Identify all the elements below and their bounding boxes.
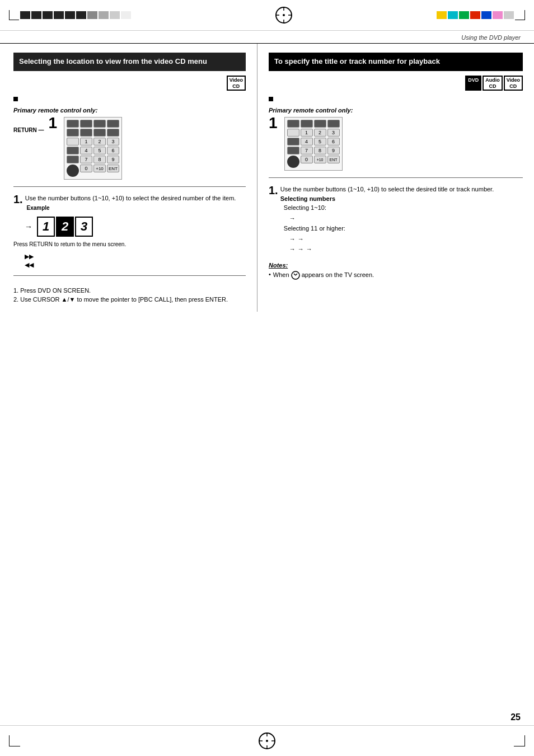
right-remote-illustration: 1 1 2 3 4 5 6 [269, 117, 523, 171]
left-section-title: Selecting the location to view from the … [13, 53, 246, 71]
press-return-note: Press RETURN to return to the menu scree… [13, 241, 246, 247]
remote-btn-0num: 0 [80, 165, 92, 172]
remote-btn-plus10: +10 [93, 165, 106, 172]
remote-btn-3 [93, 120, 106, 128]
r-btn-2n: 2 [314, 129, 326, 137]
r-btn-1n: 1 [301, 129, 313, 137]
right-bullet [269, 95, 523, 101]
bottom-step2: 2. Use CURSOR ▲/▼ to move the pointer to… [13, 296, 246, 303]
remote-btn-1 [67, 120, 79, 128]
color-block-3 [43, 11, 53, 19]
example-label: Example [25, 205, 50, 211]
corner-bracket-tr [515, 10, 525, 20]
corner-bracket-br [514, 735, 525, 746]
digit-2: 2 [56, 217, 74, 237]
top-bar-center [131, 6, 437, 24]
corner-bracket-tl [9, 10, 19, 20]
r-btn-2 [301, 120, 313, 128]
note-item-1: • When appears on the TV screen. [269, 271, 523, 280]
remote-btn-circle [67, 165, 79, 177]
remote-btn-8num: 8 [93, 156, 106, 163]
color-block-1 [20, 11, 30, 19]
remote-btn-11 [67, 156, 79, 163]
selecting-11-label: Selecting 11 or higher: [280, 225, 345, 232]
main-content: Selecting the location to view from the … [0, 44, 534, 312]
pink-block [493, 11, 503, 19]
left-bullet [13, 95, 246, 101]
digit-3: 3 [75, 217, 93, 237]
bottom-compass-icon [258, 732, 276, 750]
color-block-4 [54, 11, 64, 19]
right-column: To specify the title or track number for… [257, 44, 534, 312]
example-display: → 1 2 3 [25, 217, 246, 237]
right-step-1-indicator: 1 [269, 115, 278, 132]
digit-1: 1 [37, 217, 55, 237]
left-column: Selecting the location to view from the … [0, 44, 257, 312]
right-bullet-icon [269, 97, 273, 101]
color-block-9 [110, 11, 120, 19]
right-section-title: To specify the title or track number for… [269, 53, 523, 71]
video-cd-badge: VideoCD [227, 76, 246, 91]
right-step1-body: Use the number buttons (1~10, +10) to se… [280, 185, 494, 255]
svg-line-8 [296, 274, 297, 275]
right-divider [269, 177, 523, 178]
backward-skip-icon: ◀◀ [25, 261, 246, 269]
remote-btn-3num: 3 [107, 138, 119, 145]
green-block [459, 11, 469, 19]
remote-btn-4 [107, 120, 119, 128]
bottom-step1: 1. Press DVD ON SCREEN. [13, 287, 246, 294]
left-step1: 1. Use the number buttons (1~10, +10) to… [13, 194, 246, 212]
remote-btn-2 [80, 120, 92, 128]
remote-btn-7 [93, 129, 106, 137]
right-video-cd-badge: VideoCD [504, 76, 523, 91]
header-text: Using the DVD player [461, 34, 521, 41]
right-badge-row: DVD AudioCD VideoCD [269, 76, 523, 91]
top-bar-right-blocks [437, 10, 525, 20]
r-btn-6 [287, 138, 299, 145]
step-1-indicator: 1 [48, 115, 57, 132]
r-btn-0n: 0 [301, 156, 313, 163]
color-block-10 [121, 11, 131, 19]
remote-btn-7num: 7 [80, 156, 92, 163]
r-btn-ent: ENT [327, 156, 340, 163]
yellow-block [437, 11, 447, 19]
forward-skip-icon: ▶▶ [25, 253, 246, 260]
bottom-decorative-bar [0, 725, 534, 756]
r-btn-6n: 6 [327, 138, 340, 145]
left-step1-body: Use the number buttons (1~10, +10) to se… [25, 194, 246, 212]
r-btn-1 [287, 120, 299, 128]
remote-btn-2num: 2 [93, 138, 106, 145]
right-step1-number: 1. [269, 185, 278, 196]
r-btn-4 [327, 120, 340, 128]
top-bar-left-blocks [9, 10, 131, 20]
selecting-1-10-label: Selecting 1~10: [280, 204, 326, 211]
r-btn-plus10: +10 [314, 156, 326, 163]
tv-screen-icon [291, 271, 300, 280]
audio-cd-badge: AudioCD [483, 76, 503, 91]
bottom-steps: 1. Press DVD ON SCREEN. 2. Use CURSOR ▲/… [13, 283, 246, 303]
page-header: Using the DVD player [0, 31, 534, 44]
selecting-numbers-label: Selecting numbers [280, 195, 335, 202]
notes-label: Notes: [269, 262, 523, 269]
left-divider-2 [13, 275, 246, 276]
r-btn-4n: 4 [301, 138, 313, 145]
remote-btn-6 [80, 129, 92, 137]
notes-section: Notes: • When appears on the TV screen. [269, 262, 523, 280]
remote-control-image: 1 2 3 4 5 6 7 8 9 0 [64, 117, 122, 180]
digit-boxes: 1 2 3 [37, 217, 93, 237]
svg-point-1 [283, 14, 285, 16]
red-block [470, 11, 480, 19]
color-block-2 [31, 11, 41, 19]
r-btn-7 [287, 147, 299, 154]
color-block-6 [76, 11, 86, 19]
left-step1-number: 1. [13, 194, 23, 205]
return-label: RETURN — [13, 127, 44, 133]
remote-btn-9 [67, 138, 79, 145]
arrow-chain-2: → → [289, 234, 494, 244]
r-btn-3n: 3 [327, 129, 340, 137]
remote-btn-6num: 6 [107, 147, 119, 154]
dvd-badge: DVD [465, 76, 481, 91]
remote-btn-5num: 5 [93, 147, 106, 154]
r-btn-5 [287, 129, 299, 137]
compass-icon [275, 6, 293, 24]
